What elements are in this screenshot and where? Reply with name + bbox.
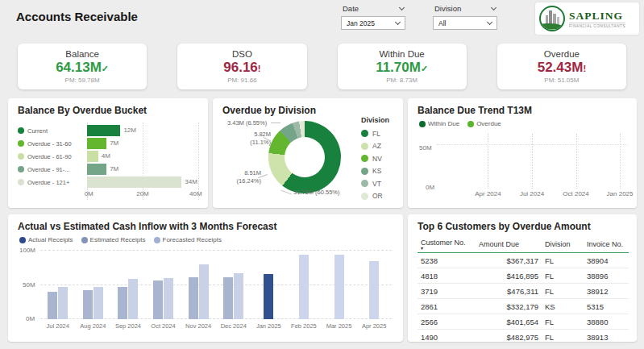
- legend-item[interactable]: Overdue - 91-...: [18, 163, 87, 176]
- chevron-down-icon[interactable]: [491, 5, 497, 10]
- cashflow-bar-group[interactable]: [322, 250, 357, 319]
- slice-data-label: 8.51M (16.24%): [226, 169, 261, 185]
- bucket-bar[interactable]: [87, 164, 106, 175]
- forecasted-receipts-bar[interactable]: [299, 255, 309, 319]
- actual-receipts-bar[interactable]: [118, 287, 127, 319]
- cashflow-bar-group[interactable]: [251, 250, 287, 319]
- legend-label: Overdue - 121+: [27, 179, 69, 186]
- estimated-receipts-bar[interactable]: [199, 264, 209, 319]
- bar-value-label: 7M: [110, 165, 118, 172]
- x-tick: Feb 2025: [286, 322, 322, 330]
- donut-hole: [285, 137, 325, 177]
- estimated-receipts-bar[interactable]: [234, 273, 243, 319]
- table-row[interactable]: 4818$416,895FL38896: [418, 268, 629, 284]
- table-cell: FL: [542, 314, 584, 330]
- legend-item[interactable]: OR: [361, 190, 389, 203]
- table-cell: $416,895: [476, 268, 542, 284]
- forecasted-receipts-bar[interactable]: [334, 255, 344, 319]
- legend-item[interactable]: VT: [361, 177, 389, 190]
- legend-label: VT: [372, 180, 381, 188]
- balance-by-overdue-bucket-chart: Balance By Overdue Bucket CurrentOverdue…: [8, 98, 208, 208]
- legend-item[interactable]: Actual Receipts: [19, 236, 73, 243]
- bucket-plot-area: 12M7M4M7M34M 0M 20M 40M: [87, 123, 198, 200]
- bucket-bar[interactable]: [87, 125, 120, 136]
- cashflow-bar-group[interactable]: [286, 250, 322, 319]
- estimated-receipts-bar[interactable]: [58, 287, 68, 319]
- division-filter-dropdown[interactable]: All: [433, 16, 497, 30]
- cashflow-bar-group[interactable]: [110, 250, 146, 319]
- legend-label: Overdue - 31-60: [27, 140, 72, 147]
- kpi-prior-month: PM: 59.78M: [18, 77, 147, 84]
- column-header[interactable]: Amount Due: [476, 237, 542, 253]
- legend-item[interactable]: Forecasted Receipts: [154, 236, 222, 243]
- donut-chart[interactable]: [268, 121, 341, 193]
- status-indicator: !: [258, 64, 261, 73]
- legend-item[interactable]: Overdue - 61-90: [18, 150, 87, 163]
- table-row[interactable]: 3719$476,311FL38912: [418, 284, 629, 299]
- kpi-row: Balance 64.13M✓ PM: 59.78M DSO 96.16! PM…: [18, 44, 626, 89]
- legend-item[interactable]: Within Due: [419, 120, 459, 127]
- legend-item[interactable]: NV: [361, 152, 389, 165]
- slice-data-label: 31.75M (60.55%): [293, 189, 340, 197]
- table-cell: FL: [542, 330, 584, 345]
- estimated-receipts-bar[interactable]: [164, 278, 173, 319]
- table-row[interactable]: 2861$332,179KS5315: [418, 299, 629, 314]
- legend-item[interactable]: Overdue: [467, 120, 501, 127]
- cashflow-bar-group[interactable]: [181, 250, 216, 319]
- table-row[interactable]: 2566$401,654FL38880: [418, 314, 629, 330]
- cashflow-bar-group[interactable]: [76, 250, 111, 319]
- kpi-value: 52.43M!: [497, 60, 626, 76]
- legend-item[interactable]: AZ: [361, 140, 389, 153]
- actual-receipts-bar[interactable]: [153, 280, 163, 319]
- forecasted-receipts-bar[interactable]: [369, 261, 379, 319]
- legend-label: Overdue - 61-90: [27, 153, 72, 160]
- cashflow-bar-group[interactable]: [216, 250, 251, 319]
- cashflow-bar-group[interactable]: [146, 250, 181, 319]
- legend-dot: [361, 143, 368, 150]
- table-cell: FL: [542, 284, 584, 299]
- y-tick: 0M: [26, 315, 35, 322]
- actual-receipts-bar[interactable]: [223, 277, 233, 319]
- table-title: Top 6 Customers by Overdue Amount: [408, 214, 637, 232]
- cashflow-bar-group[interactable]: [356, 250, 392, 319]
- legend-label: FL: [372, 130, 380, 138]
- bucket-bar[interactable]: [87, 138, 106, 149]
- bucket-bar[interactable]: [87, 177, 181, 188]
- legend-item[interactable]: Overdue - 31-60: [18, 137, 87, 150]
- kpi-label: Balance: [18, 49, 147, 59]
- legend-item[interactable]: Current: [18, 124, 87, 137]
- status-indicator: ✓: [421, 64, 428, 73]
- chevron-down-icon: [395, 19, 401, 25]
- bar-value-label: 7M: [110, 139, 118, 147]
- actual-receipts-bar[interactable]: [264, 274, 273, 319]
- kpi-prior-month: PM: 51.05M: [497, 77, 626, 84]
- legend-item[interactable]: KS: [361, 165, 389, 178]
- column-header[interactable]: Division: [542, 237, 584, 253]
- cashflow-bar-group[interactable]: [40, 250, 76, 319]
- legend-label: Current: [27, 127, 48, 135]
- estimated-receipts-bar[interactable]: [128, 279, 138, 319]
- legend-item[interactable]: FL: [361, 127, 389, 140]
- legend-label: Actual Receipts: [28, 236, 73, 243]
- legend-label: AZ: [372, 142, 381, 150]
- column-header[interactable]: Invoice No.: [584, 237, 629, 253]
- x-tick: Jul 2024: [520, 190, 544, 197]
- y-tick: 0M: [426, 184, 434, 191]
- table-row[interactable]: 1490$482,975FL38913: [418, 330, 629, 345]
- legend-item[interactable]: Overdue - 121+: [18, 176, 87, 189]
- table-cell: 1490: [418, 330, 476, 345]
- chevron-down-icon[interactable]: [399, 5, 405, 10]
- table-row[interactable]: 5238$367,317FL38904: [418, 253, 629, 268]
- legend-item[interactable]: Estimated Receipts: [81, 236, 146, 243]
- x-tick: 0M: [85, 190, 93, 197]
- estimated-receipts-bar[interactable]: [93, 287, 103, 319]
- actual-receipts-bar[interactable]: [83, 290, 93, 319]
- column-header[interactable]: Customer No.▾: [418, 237, 476, 253]
- date-filter-dropdown[interactable]: Jan 2025: [341, 16, 405, 30]
- actual-receipts-bar[interactable]: [48, 292, 57, 319]
- chart-title: Balance By Overdue Bucket: [8, 98, 208, 116]
- x-axis: Jul 2024Aug 2024Sep 2024Oct 2024Nov 2024…: [40, 322, 392, 330]
- bucket-bar[interactable]: [87, 151, 98, 162]
- table-cell: $332,179: [476, 299, 542, 314]
- actual-receipts-bar[interactable]: [189, 277, 198, 319]
